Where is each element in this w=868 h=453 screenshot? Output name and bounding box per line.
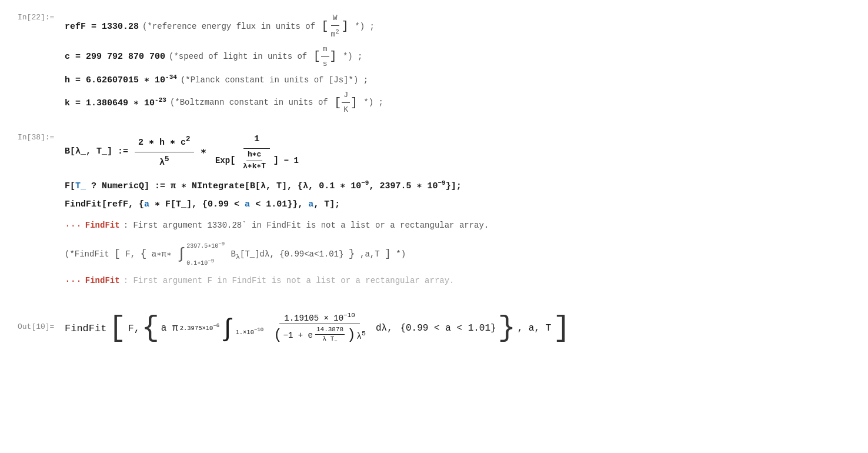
- out-constraint: {0.99 < a < 1.01}: [395, 323, 496, 334]
- comment-findfit-block: (*FindFit [ F, { a∗π∗ ∫ 2397.5∗10−9 0.1∗…: [65, 240, 850, 269]
- output-label-out10: Out[10]=: [18, 312, 65, 331]
- out-a-T: , a, T: [518, 323, 552, 334]
- out-integral: 2.3975×10−6 ∫ 1.×10−10: [180, 316, 263, 341]
- times-symbol: ∗: [201, 144, 206, 161]
- refF-comment: (*reference energy flux in units of [ W …: [142, 12, 375, 42]
- error-dot-2: ···: [65, 274, 82, 289]
- B-frac2: 1 Exp[ h∗c λ∗k∗T ] − 1: [213, 132, 301, 171]
- error-text-2: : First argument F in FindFit is not a l…: [123, 274, 455, 288]
- cell-label-in22: In[22]:=: [18, 12, 65, 22]
- refF-code: refF = 1330.28: [65, 19, 139, 35]
- out-big-bracket-open: [: [108, 314, 126, 343]
- c-comment: (*speed of light in units of [ m s ] *) …: [169, 43, 363, 71]
- error-message-2: ··· FindFit : First argument F in FindFi…: [65, 274, 850, 289]
- error-keyword-2: FindFit: [85, 274, 120, 288]
- out-F: F,: [128, 323, 139, 334]
- cell-content-in38: B[λ_, T_] := 2 ∗ h ∗ c2 λ5 ∗ 1 Exp[ h∗c …: [65, 132, 850, 291]
- out-findfit-keyword: FindFit: [65, 323, 106, 334]
- out-a-pi: a π: [161, 323, 178, 334]
- out-big-bracket-close: ]: [553, 314, 570, 343]
- F-def: F[T_ ? NumericQ] := π ∗ NIntegrate[B[λ, …: [65, 181, 462, 191]
- h-comment: (*Planck constant in units of [Js]*) ;: [181, 74, 368, 88]
- findfit-call: FindFit[refF, {a ∗ F[T_], {0.99 < a < 1.…: [65, 199, 340, 209]
- out-curly-close: }: [498, 314, 516, 343]
- k-code: k = 1.380649 ∗ 10-23: [65, 95, 166, 111]
- cell-in38: In[38]:= B[λ_, T_] := 2 ∗ h ∗ c2 λ5 ∗ 1 …: [18, 132, 850, 291]
- out-curly-open: {: [142, 314, 159, 343]
- B-def-lhs: B[λ_, T_] :=: [65, 144, 128, 159]
- error-message-1: ··· FindFit : First argument 1330.28` in…: [65, 218, 850, 234]
- error-keyword-1: FindFit: [85, 219, 120, 233]
- error-text-1: : First argument 1330.28` in FindFit is …: [123, 219, 489, 233]
- c-code: c = 299 792 870 700: [65, 49, 165, 65]
- k-comment: (*Boltzmann constant in units of [ J K ]…: [170, 89, 383, 116]
- output-content-out10: FindFit [ F, { a π 2.3975×10−6 ∫ 1.×10−1…: [65, 312, 850, 345]
- error-dot-1: ···: [65, 218, 82, 234]
- cell-content-in22: refF = 1330.28 (*reference energy flux i…: [65, 12, 850, 118]
- cell-out10: Out[10]= FindFit [ F, { a π 2.3975×10−6 …: [18, 312, 850, 345]
- h-code: h = 6.62607015 ∗ 10-34: [65, 72, 177, 88]
- cell-in22: In[22]:= refF = 1330.28 (*reference ener…: [18, 12, 850, 118]
- out-large-frac: 1.19105 × 10−10 ( −1 + e 14.3878 λ T− ) …: [269, 312, 370, 345]
- B-frac1: 2 ∗ h ∗ c2 λ5: [135, 134, 194, 170]
- cell-label-in38: In[38]:=: [18, 132, 65, 142]
- out-dlambda: dλ,: [376, 323, 393, 334]
